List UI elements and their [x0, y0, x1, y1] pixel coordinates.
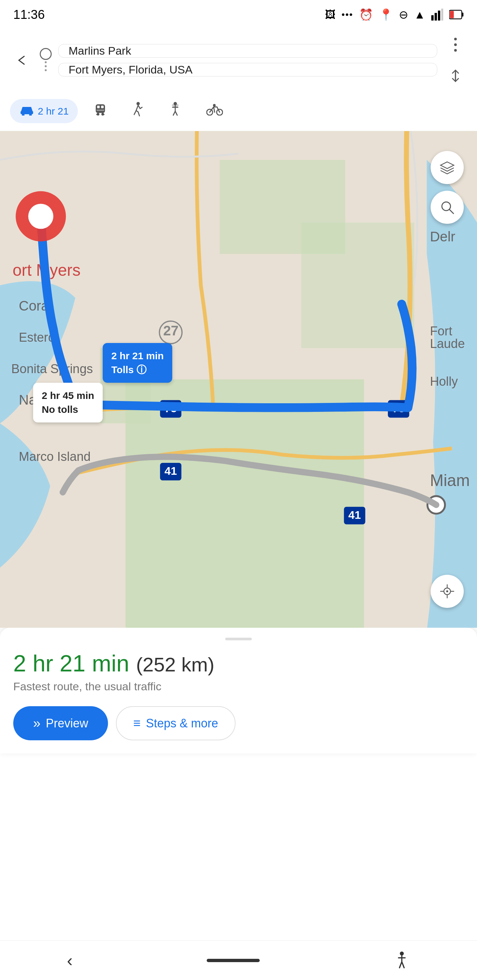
- tab-cycle[interactable]: [197, 99, 232, 123]
- dnd-icon: ⊖: [399, 8, 408, 21]
- svg-text:Marco Island: Marco Island: [19, 450, 91, 463]
- bottom-handle: [225, 638, 252, 640]
- svg-rect-15: [101, 106, 104, 108]
- action-buttons: » Preview ≡ Steps & more: [13, 706, 464, 740]
- drive-icon: [19, 103, 34, 119]
- svg-rect-5: [462, 13, 463, 17]
- walk-icon: [132, 102, 144, 120]
- dots-icon: •••: [341, 9, 353, 20]
- svg-point-26: [213, 104, 215, 107]
- nav-back-button[interactable]: ‹: [67, 951, 73, 970]
- layers-button[interactable]: [431, 151, 464, 184]
- rideshare-icon: [169, 102, 181, 120]
- status-bar: 11:36 🖼 ••• ⏰ 📍 ⊖ ▲: [0, 0, 477, 27]
- location-pin-icon: 📍: [379, 8, 393, 21]
- svg-rect-13: [96, 104, 105, 113]
- map-area[interactable]: 27 98 27 75 41 75 41 1 ort Myers Coral E…: [0, 131, 477, 628]
- svg-text:Bonita Springs: Bonita Springs: [11, 362, 93, 376]
- status-time: 11:36: [13, 8, 45, 22]
- nav-home-pill[interactable]: [207, 959, 260, 962]
- steps-icon: ≡: [133, 716, 140, 730]
- back-button[interactable]: [10, 49, 33, 72]
- route-summary: 2 hr 21 min (252 km): [13, 650, 464, 677]
- secondary-route-bubble[interactable]: 2 hr 45 min No tolls: [33, 383, 103, 422]
- search-origin-row: [10, 33, 467, 88]
- battery-icon: [449, 10, 464, 19]
- tab-transit[interactable]: [85, 98, 116, 124]
- primary-route-time: 2 hr 21 min: [111, 349, 164, 363]
- svg-text:41: 41: [348, 509, 361, 521]
- svg-point-73: [400, 951, 404, 956]
- transit-icon: [94, 103, 107, 119]
- svg-line-66: [450, 210, 453, 213]
- svg-text:Holly: Holly: [430, 374, 458, 388]
- preview-label: Preview: [46, 716, 88, 730]
- svg-rect-32: [301, 223, 414, 348]
- primary-route-tolls: Tolls ⓘ: [111, 363, 164, 377]
- route-icon-col: [40, 48, 52, 73]
- svg-point-21: [136, 102, 140, 105]
- alarm-icon: ⏰: [359, 8, 373, 21]
- map-search-button[interactable]: [431, 191, 464, 224]
- transport-tabs: 2 hr 21: [0, 94, 477, 131]
- tab-drive[interactable]: 2 hr 21: [10, 99, 78, 123]
- cycle-icon: [206, 103, 223, 119]
- origin-input[interactable]: [58, 44, 437, 57]
- destination-input[interactable]: [58, 63, 437, 76]
- wifi-icon: ▲: [414, 8, 425, 21]
- route-duration: 2 hr 21 min: [13, 651, 129, 676]
- svg-rect-0: [431, 15, 434, 21]
- preview-button[interactable]: » Preview: [13, 706, 108, 740]
- svg-rect-10: [21, 111, 33, 114]
- image-icon: 🖼: [325, 9, 335, 21]
- origin-icon: [40, 48, 52, 60]
- svg-rect-14: [97, 106, 100, 108]
- svg-rect-16: [96, 110, 104, 111]
- svg-rect-3: [441, 9, 443, 21]
- bottom-panel: 2 hr 21 min (252 km) Fastest route, the …: [0, 628, 477, 754]
- primary-route-bubble[interactable]: 2 hr 21 min Tolls ⓘ: [103, 343, 172, 383]
- locate-button[interactable]: [431, 575, 464, 608]
- tab-rideshare[interactable]: [160, 97, 190, 125]
- status-icons: 🖼 ••• ⏰ 📍 ⊖ ▲: [325, 8, 464, 21]
- tab-walk[interactable]: [123, 97, 153, 125]
- search-header: [0, 27, 477, 94]
- svg-text:Miam: Miam: [430, 471, 470, 489]
- svg-rect-1: [435, 13, 437, 21]
- svg-point-7: [454, 38, 457, 40]
- svg-text:41: 41: [164, 465, 177, 477]
- svg-text:Delr: Delr: [430, 229, 455, 244]
- secondary-route-tolls: No tolls: [42, 402, 94, 417]
- svg-rect-2: [438, 11, 440, 21]
- svg-rect-23: [172, 104, 179, 107]
- secondary-route-time: 2 hr 45 min: [42, 389, 94, 402]
- route-distance: (252 km): [136, 654, 215, 676]
- svg-point-68: [446, 590, 448, 592]
- map-svg: 27 98 27 75 41 75 41 1 ort Myers Coral E…: [0, 131, 477, 628]
- svg-text:Laude: Laude: [430, 337, 465, 351]
- svg-rect-6: [450, 11, 454, 18]
- svg-point-64: [28, 204, 53, 229]
- steps-label: Steps & more: [146, 716, 218, 730]
- svg-point-8: [454, 43, 457, 46]
- nav-bar: ‹: [0, 940, 477, 980]
- more-menu-button[interactable]: [444, 33, 467, 56]
- svg-point-9: [454, 49, 457, 52]
- steps-button[interactable]: ≡ Steps & more: [116, 706, 235, 740]
- swap-button[interactable]: [444, 64, 467, 88]
- preview-icon: »: [33, 716, 40, 731]
- signal-icon: [431, 9, 443, 21]
- route-connector: [40, 60, 52, 73]
- nav-accessibility-button[interactable]: [394, 951, 410, 970]
- tab-drive-label: 2 hr 21: [38, 106, 69, 117]
- route-description: Fastest route, the usual traffic: [13, 680, 464, 693]
- svg-text:Fort: Fort: [430, 324, 453, 338]
- svg-text:27: 27: [163, 323, 179, 338]
